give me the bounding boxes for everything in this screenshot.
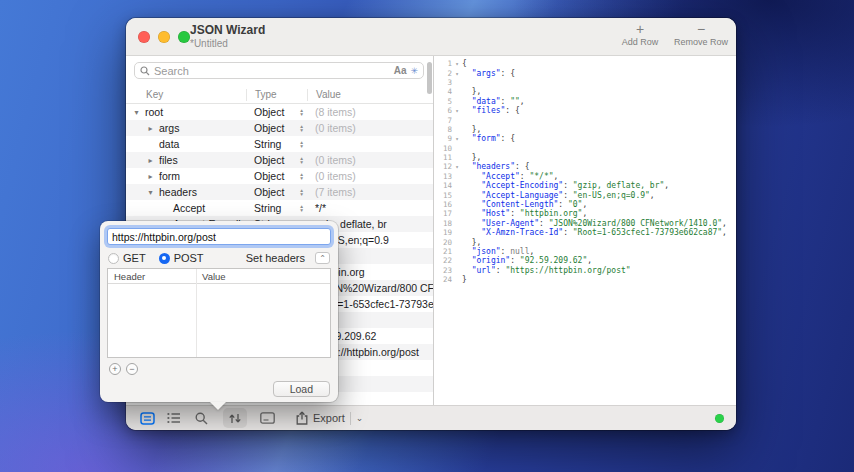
collapse-headers-button[interactable]: ⌃ <box>315 252 330 264</box>
code-line[interactable]: 18 "User-Agent": "JSON%20Wizard/800 CFNe… <box>436 219 736 228</box>
table-row[interactable]: AcceptString▴▾*/* <box>126 200 433 216</box>
table-row[interactable]: ▸filesObject▴▾(0 items) <box>126 152 433 168</box>
method-get-radio[interactable]: GET <box>108 252 146 264</box>
row-key: root <box>145 106 163 118</box>
fold-toggle-icon[interactable]: ▾ <box>452 135 462 142</box>
code-lines[interactable]: 1▾{2▾ "args": {34 },5 "data": "",6▾ "fil… <box>436 59 736 284</box>
wildcard-icon[interactable]: ✳ <box>410 66 418 76</box>
disclosure-icon[interactable]: ▾ <box>146 188 155 197</box>
code-line[interactable]: 12▾ "headers": { <box>436 162 736 171</box>
load-button[interactable]: Load <box>273 381 330 397</box>
list-icon <box>167 412 181 424</box>
value-cell[interactable]: (0 items) <box>307 122 433 134</box>
view-search-button[interactable] <box>192 408 210 428</box>
network-transfer-icon <box>228 412 242 425</box>
code-line[interactable]: 19 "X-Amzn-Trace-Id": "Root=1-653cfec1-7… <box>436 228 736 237</box>
code-line[interactable]: 9▾ "form": { <box>436 134 736 143</box>
disclosure-icon[interactable]: ▸ <box>146 124 155 133</box>
line-number: 4 <box>436 87 452 96</box>
code-line[interactable]: 15 "Accept-Language": "en-US,en;q=0.9", <box>436 190 736 199</box>
url-input[interactable] <box>107 228 331 245</box>
search-field[interactable]: Aa ✳ <box>134 62 424 79</box>
table-row[interactable]: ▾headersObject▴▾(7 items) <box>126 184 433 200</box>
line-number: 9 <box>436 134 452 143</box>
code-line[interactable]: 24} <box>436 275 736 284</box>
table-row[interactable]: dataString▴▾ <box>126 136 433 152</box>
table-row[interactable]: ▸argsObject▴▾(0 items) <box>126 120 433 136</box>
code-line[interactable]: 7 <box>436 115 736 124</box>
code-line[interactable]: 14 "Accept-Encoding": "gzip, deflate, br… <box>436 181 736 190</box>
type-select[interactable]: Object▴▾ <box>246 170 307 182</box>
view-outline-button[interactable] <box>138 408 156 428</box>
column-headers[interactable]: Key Type Value <box>126 86 433 104</box>
zoom-button[interactable] <box>178 31 190 43</box>
type-select[interactable]: Object▴▾ <box>246 154 307 166</box>
export-button[interactable]: Export ⌄ <box>290 409 369 427</box>
type-stepper-icon: ▴▾ <box>300 140 303 148</box>
code-line[interactable]: 10 <box>436 144 736 153</box>
load-url-button[interactable] <box>223 408 247 428</box>
type-label: Object <box>254 106 284 118</box>
code-line[interactable]: 21 "json": null, <box>436 247 736 256</box>
value-cell[interactable]: */* <box>307 202 433 214</box>
type-select[interactable]: String▴▾ <box>246 202 307 214</box>
code-line[interactable]: 8 }, <box>436 125 736 134</box>
add-row-button[interactable]: + Add Row <box>614 22 666 47</box>
view-list-button[interactable] <box>165 408 183 428</box>
type-select[interactable]: String▴▾ <box>246 138 307 150</box>
line-number: 6 <box>436 106 452 115</box>
code-line[interactable]: 13 "Accept": "*/*", <box>436 172 736 181</box>
type-select[interactable]: Object▴▾ <box>246 106 307 118</box>
add-header-button[interactable]: + <box>109 363 121 375</box>
status-indicator <box>715 414 724 423</box>
fold-toggle-icon[interactable]: ▾ <box>452 70 462 77</box>
close-button[interactable] <box>138 31 150 43</box>
fold-toggle-icon[interactable]: ▾ <box>452 60 462 67</box>
value-cell[interactable]: (0 items) <box>307 154 433 166</box>
code-text: "User-Agent": "JSON%20Wizard/800 CFNetwo… <box>462 219 736 228</box>
method-post-radio[interactable]: POST <box>159 252 204 264</box>
code-line[interactable]: 17 "Host": "httpbin.org", <box>436 209 736 218</box>
plus-icon: + <box>112 364 117 374</box>
code-line[interactable]: 1▾{ <box>436 59 736 68</box>
fold-toggle-icon[interactable]: ▾ <box>452 107 462 114</box>
code-line[interactable]: 11 }, <box>436 153 736 162</box>
table-row[interactable]: ▾rootObject▴▾(8 items) <box>126 104 433 120</box>
match-case-button[interactable]: Aa <box>394 65 407 76</box>
value-cell[interactable]: (0 items) <box>307 170 433 182</box>
value-cell[interactable]: (8 items) <box>307 106 433 118</box>
code-line[interactable]: 23 "url": "https://httpbin.org/post" <box>436 266 736 275</box>
disclosure-icon[interactable]: ▸ <box>146 172 155 181</box>
disclosure-icon[interactable]: ▾ <box>132 108 141 117</box>
remove-row-button[interactable]: − Remove Row <box>674 22 728 47</box>
code-line[interactable]: 16 "Content-Length": "0", <box>436 200 736 209</box>
console-button[interactable] <box>258 408 276 428</box>
share-icon <box>296 411 308 425</box>
code-line[interactable]: 6▾ "files": { <box>436 106 736 115</box>
remove-header-button[interactable]: − <box>126 363 138 375</box>
code-line[interactable]: 5 "data": "", <box>436 97 736 106</box>
code-line[interactable]: 4 }, <box>436 87 736 96</box>
code-text: "headers": { <box>462 162 736 171</box>
code-line[interactable]: 20 }, <box>436 237 736 246</box>
chevron-down-icon[interactable]: ⌄ <box>356 413 364 423</box>
disclosure-icon[interactable]: ▸ <box>146 156 155 165</box>
line-number: 3 <box>436 78 452 87</box>
type-stepper-icon: ▴▾ <box>300 188 303 196</box>
type-stepper-icon: ▴▾ <box>300 172 303 180</box>
code-line[interactable]: 22 "origin": "92.59.209.62", <box>436 256 736 265</box>
type-select[interactable]: Object▴▾ <box>246 122 307 134</box>
type-label: String <box>254 138 281 150</box>
minimize-button[interactable] <box>158 31 170 43</box>
scrollbar-thumb[interactable] <box>427 62 432 94</box>
fold-toggle-icon[interactable]: ▾ <box>452 163 462 170</box>
search-input[interactable] <box>154 65 390 77</box>
value-cell[interactable]: (7 items) <box>307 186 433 198</box>
titlebar[interactable]: JSON Wizard *Untitled + Add Row − Remove… <box>126 18 736 56</box>
table-row[interactable]: ▸formObject▴▾(0 items) <box>126 168 433 184</box>
code-text: "Accept": "*/*", <box>462 172 736 181</box>
headers-table[interactable]: Header Value <box>107 268 331 358</box>
code-line[interactable]: 2▾ "args": { <box>436 68 736 77</box>
type-select[interactable]: Object▴▾ <box>246 186 307 198</box>
code-line[interactable]: 3 <box>436 78 736 87</box>
